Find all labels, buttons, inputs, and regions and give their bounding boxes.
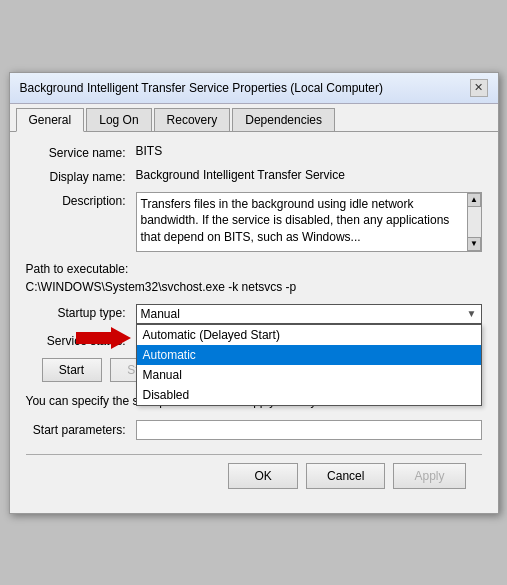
startup-type-dropdown[interactable]: Manual ▼ (136, 304, 482, 324)
service-name-label: Service name: (26, 144, 136, 160)
description-box[interactable]: Transfers files in the background using … (136, 192, 482, 252)
scroll-track (468, 207, 481, 237)
description-text: Transfers files in the background using … (141, 196, 477, 246)
cancel-button[interactable]: Cancel (306, 463, 385, 489)
apply-button[interactable]: Apply (393, 463, 465, 489)
tab-bar: General Log On Recovery Dependencies (10, 104, 498, 132)
description-row: Description: Transfers files in the back… (26, 192, 482, 252)
params-label: Start parameters: (26, 423, 136, 437)
display-name-label: Display name: (26, 168, 136, 184)
tab-logon[interactable]: Log On (86, 108, 151, 131)
tab-dependencies[interactable]: Dependencies (232, 108, 335, 131)
startup-type-label: Startup type: (26, 304, 136, 320)
arrow-indicator (76, 328, 131, 348)
description-label: Description: (26, 192, 136, 208)
display-name-value: Background Intelligent Transfer Service (136, 168, 482, 182)
params-row: Start parameters: (26, 420, 482, 440)
red-arrow-icon (76, 327, 131, 349)
option-automatic-delayed[interactable]: Automatic (Delayed Start) (137, 325, 481, 345)
option-manual[interactable]: Manual (137, 365, 481, 385)
path-value: C:\WINDOWS\System32\svchost.exe -k netsv… (26, 280, 297, 294)
title-bar: Background Intelligent Transfer Service … (10, 73, 498, 104)
dropdown-arrow-icon: ▼ (467, 308, 477, 319)
dropdown-options-list: Automatic (Delayed Start) Automatic Manu… (136, 324, 482, 406)
startup-type-selected: Manual (141, 307, 180, 321)
window-title: Background Intelligent Transfer Service … (20, 81, 384, 95)
bottom-buttons: OK Cancel Apply (26, 463, 482, 501)
startup-type-container: Manual ▼ Automatic (Delayed Start) Autom… (136, 304, 482, 324)
description-scrollbar[interactable]: ▲ ▼ (467, 193, 481, 251)
tab-recovery[interactable]: Recovery (154, 108, 231, 131)
divider (26, 454, 482, 455)
window: Background Intelligent Transfer Service … (9, 72, 499, 514)
params-input[interactable] (136, 420, 482, 440)
close-button[interactable]: ✕ (470, 79, 488, 97)
path-row: Path to executable: C:\WINDOWS\System32\… (26, 260, 482, 296)
ok-button[interactable]: OK (228, 463, 298, 489)
service-name-row: Service name: BITS (26, 144, 482, 160)
option-automatic[interactable]: Automatic (137, 345, 481, 365)
display-name-row: Display name: Background Intelligent Tra… (26, 168, 482, 184)
service-name-value: BITS (136, 144, 482, 158)
scroll-up-arrow[interactable]: ▲ (467, 193, 481, 207)
tab-general[interactable]: General (16, 108, 85, 132)
content-area: Service name: BITS Display name: Backgro… (10, 132, 498, 513)
svg-marker-0 (76, 327, 131, 349)
path-label: Path to executable: (26, 262, 129, 276)
start-button[interactable]: Start (42, 358, 102, 382)
scroll-down-arrow[interactable]: ▼ (467, 237, 481, 251)
option-disabled[interactable]: Disabled (137, 385, 481, 405)
startup-type-row: Startup type: Manual ▼ Automatic (Delaye… (26, 304, 482, 324)
